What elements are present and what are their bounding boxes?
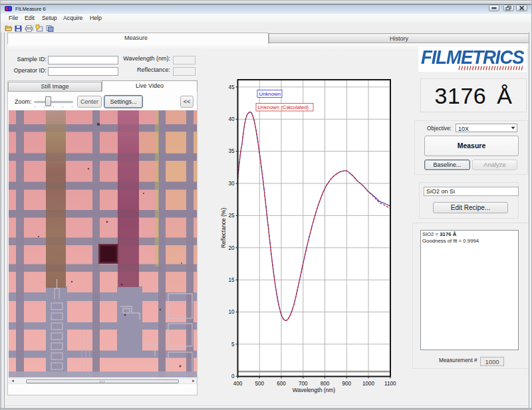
svg-text:Wavelength (nm): Wavelength (nm): [293, 387, 336, 393]
svg-text:Unknown: Unknown: [259, 91, 281, 97]
svg-text:25: 25: [228, 213, 235, 219]
svg-text:900: 900: [342, 381, 351, 387]
svg-text:15: 15: [228, 277, 235, 283]
svg-text:1100: 1100: [384, 381, 396, 387]
svg-text:800: 800: [321, 381, 330, 387]
svg-text:500: 500: [255, 381, 264, 387]
svg-text:1000: 1000: [362, 381, 375, 387]
svg-text:700: 700: [299, 381, 308, 387]
svg-text:40: 40: [228, 116, 235, 122]
svg-text:0: 0: [231, 373, 235, 379]
svg-text:600: 600: [277, 381, 286, 387]
svg-text:35: 35: [228, 148, 235, 154]
svg-text:45: 45: [228, 84, 235, 90]
svg-text:20: 20: [228, 245, 235, 251]
svg-text:10: 10: [228, 309, 235, 315]
svg-text:30: 30: [228, 181, 235, 187]
svg-text:Unknown (Calculated): Unknown (Calculated): [258, 104, 309, 110]
svg-text:400: 400: [233, 381, 243, 387]
svg-text:5: 5: [231, 342, 235, 348]
svg-text:Reflectance (%): Reflectance (%): [220, 208, 227, 249]
